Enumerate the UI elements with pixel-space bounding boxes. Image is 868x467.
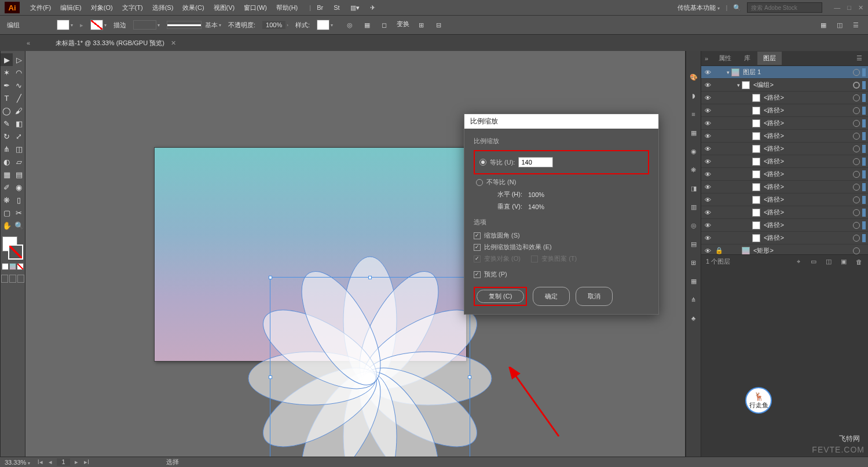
- layer-row[interactable]: 👁 <路径>: [701, 194, 868, 206]
- brush-tool[interactable]: 🖌: [13, 104, 25, 117]
- tab-layers[interactable]: 图层: [757, 52, 782, 65]
- symbols-panel-icon[interactable]: ❋: [688, 165, 699, 175]
- menu-item[interactable]: 视图(V): [209, 1, 240, 14]
- visibility-toggle[interactable]: 👁: [701, 94, 714, 101]
- panel-menu-icon[interactable]: ☰: [854, 52, 865, 64]
- target-icon[interactable]: [853, 247, 860, 254]
- close-tab-icon[interactable]: ✕: [171, 39, 176, 46]
- cancel-button[interactable]: 取消: [576, 287, 613, 306]
- align-panel-icon[interactable]: ▤: [688, 239, 699, 249]
- search-input[interactable]: [747, 2, 822, 13]
- symbol-sprayer-tool[interactable]: ❋: [1, 194, 13, 206]
- fill-swatch[interactable]: ▾: [57, 20, 73, 30]
- layer-row[interactable]: 👁 <路径>: [701, 92, 868, 104]
- layer-name[interactable]: <路径>: [764, 119, 853, 127]
- selection-tool[interactable]: ▶: [1, 53, 13, 66]
- pathfinder-panel-icon[interactable]: ⊞: [688, 257, 699, 268]
- lock-toggle[interactable]: 🔒: [714, 247, 724, 254]
- uniform-radio[interactable]: [479, 159, 486, 166]
- zoom-level[interactable]: 33.33% ▾: [5, 459, 30, 466]
- slice-tool[interactable]: ✂: [13, 206, 25, 219]
- maximize-button[interactable]: □: [847, 4, 851, 12]
- visibility-toggle[interactable]: 👁: [701, 107, 714, 114]
- layer-name[interactable]: 图层 1: [743, 68, 853, 76]
- new-sublayer-icon[interactable]: ◫: [824, 258, 833, 265]
- visibility-toggle[interactable]: 👁: [701, 184, 714, 191]
- layer-row[interactable]: 👁 <路径>: [701, 181, 868, 194]
- free-transform-tool[interactable]: ◫: [13, 143, 25, 155]
- layer-row[interactable]: 👁 <路径>: [701, 168, 868, 181]
- visibility-toggle[interactable]: 👁: [701, 120, 714, 127]
- workspace-switcher[interactable]: 传统基本功能 ▾: [677, 3, 720, 12]
- shape-builder-tool[interactable]: ◐: [1, 155, 13, 168]
- layer-row[interactable]: 👁 🔒 <矩形>: [701, 245, 868, 254]
- tree-panel-icon[interactable]: ⋔: [688, 294, 699, 305]
- visibility-toggle[interactable]: 👁: [701, 82, 714, 89]
- gradient-tool[interactable]: ▤: [13, 168, 25, 181]
- layer-name[interactable]: <路径>: [764, 157, 853, 166]
- line-tool[interactable]: ╱: [13, 92, 25, 104]
- layer-name[interactable]: <路径>: [764, 221, 853, 229]
- extra-icon[interactable]: ⊟: [434, 20, 444, 30]
- scale-corners-checkbox[interactable]: [474, 232, 481, 239]
- layer-row[interactable]: 👁 ▾ <编组>: [701, 79, 868, 92]
- swatches-panel-icon[interactable]: ▦: [688, 127, 699, 138]
- copy-button[interactable]: 复制 (C): [477, 290, 524, 303]
- menu-item[interactable]: 选择(S): [148, 1, 178, 14]
- target-icon[interactable]: [853, 145, 860, 152]
- artboard-tool[interactable]: ▢: [1, 206, 13, 219]
- panel-toggle-2-icon[interactable]: ◫: [834, 20, 845, 30]
- eraser-tool[interactable]: ◧: [13, 117, 25, 130]
- transform-label[interactable]: 变换: [397, 20, 409, 30]
- layer-name[interactable]: <路径>: [764, 106, 853, 115]
- layer-name[interactable]: <路径>: [764, 93, 853, 102]
- artboard-number[interactable]: 1: [57, 458, 69, 466]
- color-panel-icon[interactable]: 🎨: [688, 72, 699, 82]
- direct-selection-tool[interactable]: ▷: [13, 53, 25, 66]
- collapse-panels-icon[interactable]: »: [705, 55, 708, 62]
- visibility-toggle[interactable]: 👁: [701, 235, 714, 242]
- document-tab[interactable]: 未标题-1* @ 33.33% (RGB/GPU 预览) ✕: [50, 36, 182, 50]
- eyedropper-tool[interactable]: ✐: [1, 181, 13, 194]
- layer-name[interactable]: <编组>: [753, 81, 853, 89]
- search-icon[interactable]: 🔍: [733, 4, 741, 12]
- minimize-button[interactable]: —: [834, 4, 840, 12]
- bridge-icon[interactable]: Br: [312, 2, 328, 13]
- visibility-toggle[interactable]: 👁: [701, 196, 714, 203]
- menu-item[interactable]: 窗口(W): [239, 1, 272, 14]
- new-layer-icon[interactable]: ▣: [839, 258, 848, 265]
- menu-item[interactable]: 帮助(H): [272, 1, 302, 14]
- recolor-icon[interactable]: ◎: [345, 20, 355, 30]
- disclosure-icon[interactable]: ▾: [735, 82, 742, 88]
- draw-inside[interactable]: [17, 275, 24, 283]
- uniform-input[interactable]: [518, 157, 553, 167]
- stock-icon[interactable]: St: [329, 2, 344, 13]
- magic-wand-tool[interactable]: ✶: [1, 66, 13, 79]
- make-clip-icon[interactable]: ▭: [809, 258, 818, 265]
- style-swatch[interactable]: ▾: [317, 20, 333, 30]
- layer-name[interactable]: <路径>: [764, 144, 853, 153]
- ellipse-tool[interactable]: ◯: [1, 104, 13, 117]
- prev-artboard-button[interactable]: ◂: [46, 458, 54, 466]
- layer-name[interactable]: <路径>: [764, 183, 853, 191]
- canvas[interactable]: 比例缩放 比例缩放 等比 (U): 不等比 (N): [25, 51, 686, 457]
- visibility-toggle[interactable]: 👁: [701, 145, 714, 152]
- target-icon[interactable]: [853, 82, 860, 89]
- graph-tool[interactable]: ▯: [13, 194, 25, 206]
- visibility-toggle[interactable]: 👁: [701, 133, 714, 140]
- scale-tool[interactable]: ⤢: [13, 130, 25, 143]
- dialog-title[interactable]: 比例缩放: [464, 114, 658, 129]
- target-icon[interactable]: [853, 120, 860, 127]
- layer-row[interactable]: 👁 <路径>: [701, 206, 868, 219]
- club-panel-icon[interactable]: ♣: [688, 313, 699, 323]
- appearance-panel-icon[interactable]: ◎: [688, 220, 699, 231]
- stroke-panel-icon[interactable]: ≡: [688, 109, 699, 119]
- width-tool[interactable]: ⋔: [1, 143, 13, 155]
- visibility-toggle[interactable]: 👁: [701, 158, 714, 165]
- tab-properties[interactable]: 属性: [713, 52, 737, 65]
- selection-bounding-box[interactable]: [270, 277, 470, 457]
- perspective-tool[interactable]: ▱: [13, 155, 25, 168]
- menu-item[interactable]: 效果(C): [178, 1, 208, 14]
- visibility-toggle[interactable]: 👁: [701, 171, 714, 178]
- layer-name[interactable]: <矩形>: [753, 246, 853, 254]
